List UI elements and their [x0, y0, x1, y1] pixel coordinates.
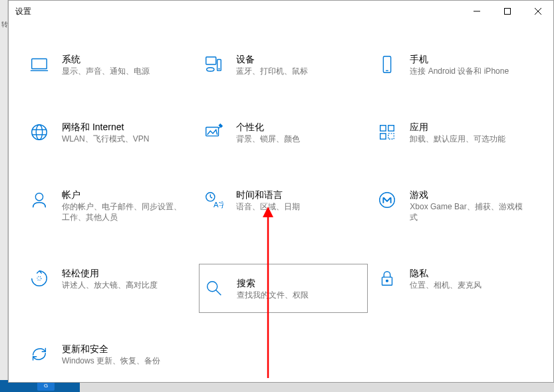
gaming-title: 游戏	[410, 188, 529, 201]
category-network[interactable]: 网络和 Internet WLAN、飞行模式、VPN	[25, 118, 199, 147]
network-desc: WLAN、飞行模式、VPN	[62, 134, 149, 144]
apps-title: 应用	[410, 120, 505, 134]
time-language-icon: A字	[202, 188, 225, 212]
category-devices[interactable]: 设备 蓝牙、打印机、鼠标	[199, 50, 373, 79]
accounts-desc: 你的帐户、电子邮件、同步设置、工作、其他人员	[62, 201, 182, 223]
category-personalization[interactable]: 个性化 背景、锁屏、颜色	[199, 118, 373, 147]
time-language-desc: 语音、区域、日期	[236, 201, 300, 212]
network-title: 网络和 Internet	[62, 120, 149, 134]
category-search[interactable]: 搜索 查找我的文件、权限	[199, 264, 368, 313]
update-security-icon	[27, 342, 51, 366]
personalization-icon	[202, 120, 225, 144]
svg-point-29	[207, 282, 217, 292]
svg-rect-18	[380, 126, 386, 131]
svg-point-13	[36, 125, 42, 140]
close-icon	[535, 8, 541, 15]
category-phone[interactable]: 手机 连接 Android 设备和 iPhone	[372, 50, 547, 79]
close-button[interactable]	[523, 1, 553, 22]
svg-point-27	[380, 193, 395, 208]
maximize-button[interactable]	[492, 1, 523, 22]
svg-line-30	[215, 290, 221, 296]
svg-point-9	[206, 68, 213, 72]
settings-window: 设置 系统 显示、声音、通知、	[8, 0, 554, 383]
svg-rect-19	[388, 126, 394, 131]
system-title: 系统	[62, 52, 150, 66]
category-accounts[interactable]: 帐户 你的帐户、电子邮件、同步设置、工作、其他人员	[25, 185, 199, 225]
svg-line-25	[210, 197, 212, 198]
update-desc: Windows 更新、恢复、备份	[62, 355, 160, 366]
svg-point-12	[32, 125, 47, 140]
category-privacy[interactable]: 隐私 位置、相机、麦克风	[372, 264, 547, 313]
system-icon	[27, 52, 51, 76]
update-title: 更新和安全	[62, 342, 160, 355]
category-ease-of-access[interactable]: 轻松使用 讲述人、放大镜、高对比度	[25, 264, 199, 313]
search-title: 搜索	[237, 276, 309, 290]
category-gaming[interactable]: 游戏 Xbox Game Bar、捕获、游戏模式	[372, 185, 547, 225]
svg-point-32	[386, 280, 388, 282]
content-area: 系统 显示、声音、通知、电源 设备 蓝牙、打印机、鼠标	[9, 22, 553, 382]
gaming-icon	[375, 188, 399, 212]
bg-char: 转	[1, 20, 8, 29]
category-update-security[interactable]: 更新和安全 Windows 更新、恢复、备份	[25, 340, 201, 369]
svg-rect-20	[380, 134, 386, 139]
minimize-icon	[474, 8, 480, 15]
window-controls	[462, 1, 553, 22]
privacy-desc: 位置、相机、麦克风	[410, 280, 482, 290]
gaming-desc: Xbox Game Bar、捕获、游戏模式	[410, 201, 529, 223]
apps-icon	[375, 120, 399, 144]
time-language-title: 时间和语言	[236, 188, 300, 201]
devices-title: 设备	[236, 52, 308, 66]
window-title: 设置	[15, 6, 31, 17]
phone-title: 手机	[410, 52, 509, 66]
svg-rect-10	[384, 56, 391, 72]
personalization-title: 个性化	[236, 120, 300, 134]
svg-rect-6	[206, 57, 215, 64]
search-desc: 查找我的文件、权限	[237, 290, 309, 300]
category-system[interactable]: 系统 显示、声音、通知、电源	[25, 50, 199, 79]
titlebar: 设置	[9, 1, 553, 22]
category-time-language[interactable]: A字 时间和语言 语音、区域、日期	[199, 185, 373, 225]
privacy-title: 隐私	[410, 266, 482, 280]
phone-desc: 连接 Android 设备和 iPhone	[410, 66, 509, 76]
categories-grid: 系统 显示、声音、通知、电源 设备 蓝牙、打印机、鼠标	[25, 50, 547, 392]
accounts-title: 帐户	[62, 188, 182, 201]
personalization-desc: 背景、锁屏、颜色	[236, 134, 300, 144]
privacy-icon	[375, 266, 399, 290]
svg-point-28	[37, 276, 41, 280]
ease-desc: 讲述人、放大镜、高对比度	[62, 280, 158, 290]
apps-desc: 卸载、默认应用、可选功能	[410, 134, 505, 144]
devices-desc: 蓝牙、打印机、鼠标	[236, 66, 308, 76]
search-icon	[202, 276, 226, 300]
maximize-icon	[504, 8, 511, 15]
svg-rect-1	[505, 9, 511, 15]
svg-point-8	[219, 68, 219, 69]
phone-icon	[375, 52, 399, 76]
accounts-icon	[27, 188, 51, 212]
svg-rect-21	[388, 134, 394, 139]
minimize-button[interactable]	[462, 1, 492, 22]
system-desc: 显示、声音、通知、电源	[62, 66, 150, 76]
devices-icon	[202, 52, 225, 76]
background-edge-left: 转	[0, 0, 8, 392]
svg-point-22	[35, 193, 43, 201]
network-icon	[27, 120, 51, 144]
ease-title: 轻松使用	[62, 266, 158, 280]
category-apps[interactable]: 应用 卸载、默认应用、可选功能	[372, 118, 547, 147]
svg-text:A字: A字	[213, 201, 223, 209]
ease-of-access-icon	[27, 266, 51, 290]
svg-rect-4	[32, 59, 47, 69]
